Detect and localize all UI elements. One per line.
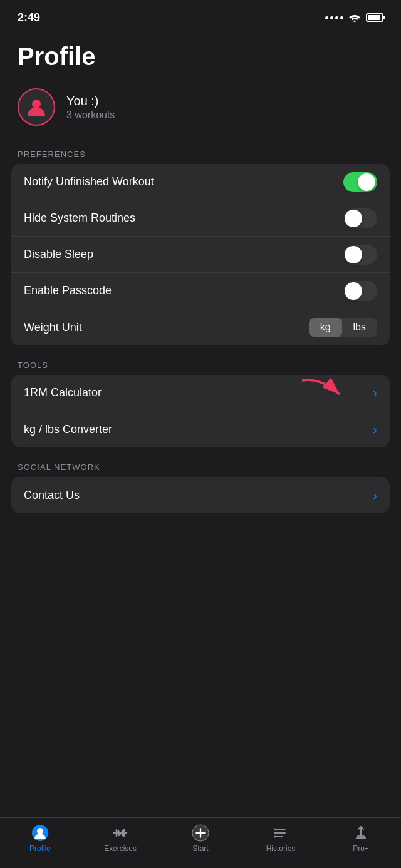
hide-routines-label: Hide System Routines — [24, 212, 135, 225]
social-network-card: Contact Us › — [11, 477, 390, 513]
status-icons — [325, 13, 383, 22]
user-workouts: 3 workouts — [66, 110, 115, 121]
tab-profile[interactable]: Profile — [15, 824, 65, 853]
avatar — [18, 88, 55, 126]
tab-pro[interactable]: Pro+ — [336, 824, 386, 853]
user-name: You :) — [66, 94, 115, 108]
histories-tab-label: Histories — [266, 844, 296, 853]
kg-button[interactable]: kg — [309, 318, 342, 337]
contact-us-chevron: › — [373, 488, 377, 503]
disable-sleep-toggle[interactable] — [343, 245, 377, 265]
svg-point-12 — [274, 832, 276, 834]
converter-label: kg / lbs Converter — [24, 423, 112, 436]
weight-unit-label: Weight Unit — [24, 321, 82, 334]
battery-icon — [366, 13, 383, 22]
social-network-section: SOCIAL NETWORK Contact Us › — [0, 454, 401, 513]
hide-routines-toggle[interactable] — [343, 208, 377, 228]
disable-sleep-label: Disable Sleep — [24, 248, 93, 261]
tab-exercises[interactable]: Exercises — [95, 824, 145, 853]
hide-routines-row: Hide System Routines — [11, 200, 390, 237]
lbs-button[interactable]: lbs — [342, 318, 377, 337]
contact-us-row[interactable]: Contact Us › — [11, 477, 390, 513]
red-arrow-annotation — [296, 375, 352, 406]
tools-section: TOOLS 1RM Calculator › kg / lbs C — [0, 352, 401, 447]
tab-histories[interactable]: Histories — [256, 824, 306, 853]
svg-point-13 — [274, 836, 276, 838]
notify-row: Notify Unfinished Workout — [11, 164, 390, 200]
tab-start[interactable]: Start — [175, 824, 226, 853]
pro-tab-icon — [352, 824, 370, 842]
user-profile[interactable]: You :) 3 workouts — [0, 82, 401, 141]
svg-point-0 — [354, 21, 356, 23]
svg-point-4 — [37, 828, 43, 834]
tab-bar: Profile Exercises Start — [0, 817, 401, 868]
preferences-section: PREFERENCES Notify Unfinished Workout Hi… — [0, 141, 401, 345]
contact-us-label: Contact Us — [24, 489, 80, 502]
wifi-icon — [348, 13, 361, 22]
preferences-label: PREFERENCES — [0, 141, 401, 164]
histories-tab-icon — [272, 824, 289, 842]
notify-toggle[interactable] — [343, 172, 377, 192]
exercises-tab-icon — [112, 824, 129, 842]
tools-label: TOOLS — [0, 352, 401, 375]
converter-row[interactable]: kg / lbs Converter › — [11, 411, 390, 447]
1rm-calculator-label: 1RM Calculator — [24, 386, 102, 399]
pro-tab-label: Pro+ — [353, 844, 369, 853]
svg-point-11 — [274, 829, 276, 830]
1rm-chevron: › — [373, 385, 377, 400]
converter-chevron: › — [373, 422, 377, 437]
weight-unit-selector[interactable]: kg lbs — [309, 318, 377, 337]
start-tab-icon — [192, 824, 209, 842]
1rm-calculator-row[interactable]: 1RM Calculator › — [11, 375, 390, 411]
social-network-label: SOCIAL NETWORK — [0, 454, 401, 477]
profile-tab-label: Profile — [29, 844, 51, 853]
tools-card: 1RM Calculator › kg / lbs Converter › — [11, 375, 390, 447]
profile-tab-icon — [31, 824, 49, 842]
disable-sleep-row: Disable Sleep — [11, 237, 390, 273]
status-time: 2:49 — [18, 11, 40, 24]
svg-point-1 — [32, 100, 41, 108]
start-tab-label: Start — [192, 844, 208, 853]
page-title: Profile — [0, 31, 401, 82]
user-info: You :) 3 workouts — [66, 94, 115, 121]
enable-passcode-toggle[interactable] — [343, 281, 377, 301]
status-bar: 2:49 — [0, 0, 401, 31]
preferences-card: Notify Unfinished Workout Hide System Ro… — [11, 164, 390, 345]
enable-passcode-label: Enable Passcode — [24, 284, 112, 297]
enable-passcode-row: Enable Passcode — [11, 273, 390, 309]
signal-icon — [325, 16, 343, 19]
weight-unit-row: Weight Unit kg lbs — [11, 309, 390, 345]
notify-label: Notify Unfinished Workout — [24, 175, 154, 188]
exercises-tab-label: Exercises — [104, 844, 137, 853]
